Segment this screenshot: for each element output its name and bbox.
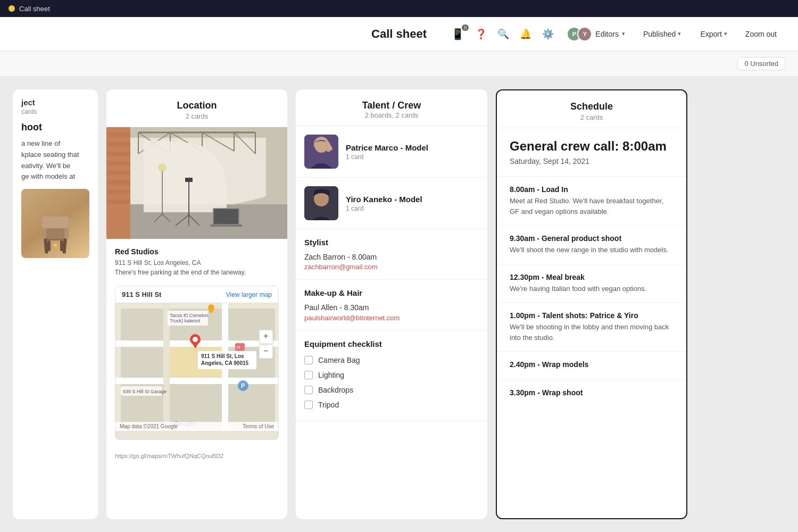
svg-point-61 (193, 337, 198, 342)
checklist-item-tripod: Tripod (304, 397, 479, 412)
equipment-title: Equipment checklist (304, 339, 479, 348)
svg-point-9 (54, 244, 57, 247)
schedule-title: Schedule (505, 101, 678, 112)
help-icon[interactable]: ❓ (475, 28, 487, 40)
patrice-avatar (304, 135, 338, 169)
yiro-card-count: 1 card (346, 205, 422, 212)
checklist-item-camera: Camera Bag (304, 353, 479, 368)
avatar-group: P Y (567, 27, 592, 41)
published-button[interactable]: Published ▾ (638, 28, 687, 40)
published-dropdown-arrow: ▾ (678, 30, 681, 37)
map-footer: Map data ©2021 Google Terms of Use (115, 422, 278, 431)
svg-point-40 (158, 163, 167, 172)
export-dropdown-arrow: ▾ (724, 30, 727, 37)
stylist-email[interactable]: zachbarron@gmail.com (304, 263, 479, 271)
yiro-info: Yiro Kaneko - Model 1 card (346, 195, 422, 212)
checklist-label-backdrops: Backdrops (318, 386, 353, 394)
project-cards-label: cards (21, 108, 89, 115)
schedule-desc-3: We'll be shooting in the lobby and then … (510, 322, 674, 343)
editors-button[interactable]: P Y Editors ▾ (562, 24, 629, 44)
map-data-label: Map data ©2021 Google (120, 423, 178, 429)
svg-rect-30 (106, 190, 130, 194)
schedule-hero: General crew call: 8:00am Saturday, Sept… (497, 128, 686, 177)
settings-icon[interactable]: ⚙️ (542, 28, 554, 40)
location-card: Location 2 cards (106, 89, 287, 519)
svg-text:911 S Hill St, Los: 911 S Hill St, Los (201, 353, 244, 359)
schedule-item-4: 2.40pm - Wrap models (497, 352, 686, 380)
patrice-card-count: 1 card (346, 153, 428, 161)
zoom-out-label: Zoom out (745, 30, 777, 38)
checklist-item-backdrops: Backdrops (304, 383, 479, 397)
map-header: 911 S Hill St View larger map (115, 286, 278, 303)
patrice-name: Patrice Marco - Model (346, 143, 428, 152)
schedule-count: 2 cards (505, 113, 678, 121)
svg-point-75 (208, 304, 214, 311)
svg-text:P: P (241, 383, 245, 389)
map-view-larger-link[interactable]: View larger map (226, 291, 272, 298)
talent-card: Talent / Crew 2 boards, 2 cards Patrice … (296, 89, 487, 519)
project-shoot-partial: hoot (21, 122, 89, 133)
schedule-item-5: 3.30pm - Wrap shoot (497, 380, 686, 408)
location-card-header: Location 2 cards (106, 89, 287, 127)
sub-header: 0 Unsorted (0, 51, 798, 77)
mobile-icon[interactable]: 📱 0 (451, 28, 464, 40)
export-button[interactable]: Export ▾ (695, 28, 732, 40)
svg-rect-42 (214, 209, 238, 224)
schedule-desc-1: We'll shoot the new range in the studio … (510, 245, 674, 255)
schedule-time-0: 8.00am - Load In (510, 185, 674, 194)
svg-rect-36 (185, 178, 193, 182)
patrice-info: Patrice Marco - Model 1 card (346, 143, 428, 161)
svg-text:Angeles, CA 90015: Angeles, CA 90015 (201, 360, 249, 366)
svg-rect-27 (106, 161, 130, 165)
studio-details: Red Studios 911 S Hill St, Los Angeles, … (106, 239, 287, 286)
location-count: 2 cards (115, 112, 279, 120)
app-name-label: Call sheet (19, 5, 50, 13)
makeup-email[interactable]: paulshairworld@btinternet.com (304, 314, 479, 322)
app-dot (9, 5, 15, 12)
project-image (21, 189, 89, 258)
checkbox-lighting[interactable] (304, 371, 313, 379)
svg-rect-45 (121, 309, 163, 340)
header-icons: 📱 0 ❓ 🔍 🔔 ⚙️ (451, 28, 554, 40)
svg-text:+: + (263, 331, 268, 340)
svg-rect-24 (106, 132, 130, 137)
equipment-section: Equipment checklist Camera Bag Lighting … (296, 331, 487, 421)
canvas: ject cards hoot a new line ofkplace seat… (0, 77, 798, 532)
checklist-label-tripod: Tripod (318, 401, 339, 409)
editors-label: Editors (595, 30, 619, 38)
studio-image (106, 127, 287, 239)
checklist-item-lighting: Lighting (304, 368, 479, 383)
makeup-section: Make-up & Hair Paul Allen - 8.30am pauls… (296, 280, 487, 330)
schedule-date: Saturday, Sept 14, 2021 (510, 157, 674, 165)
project-description: a new line ofkplace seating thateativity… (21, 138, 89, 182)
schedule-item-0: 8.00am - Load In Meet at Red Studio. We'… (497, 177, 686, 226)
schedule-time-5: 3.30pm - Wrap shoot (510, 388, 674, 397)
svg-rect-25 (106, 142, 130, 146)
talent-person-1: Patrice Marco - Model 1 card (296, 126, 487, 178)
checklist-label-lighting: Lighting (318, 371, 344, 379)
map-svg: 911 S Hill St, Los Angeles, CA 90015 939… (115, 303, 278, 431)
chair-icon (34, 211, 77, 254)
zoom-out-button[interactable]: Zoom out (741, 28, 781, 40)
svg-rect-26 (106, 152, 130, 156)
checkbox-camera[interactable] (304, 356, 313, 364)
studio-address: 911 S Hill St, Los Angeles, CA There's f… (115, 258, 279, 277)
schedule-time-3: 1.00pm - Talent shots: Patrice & Yiro (510, 311, 674, 320)
location-title: Location (115, 100, 279, 111)
makeup-title: Make-up & Hair (304, 288, 479, 297)
checkbox-backdrops[interactable] (304, 386, 313, 394)
header-right: 📱 0 ❓ 🔍 🔔 ⚙️ P Y Editors ▾ Published ▾ E… (451, 24, 781, 44)
bell-icon[interactable]: 🔔 (520, 28, 531, 40)
map-container: 911 S Hill St View larger map (115, 286, 279, 440)
project-title-partial: ject (21, 98, 89, 107)
unsorted-label: 0 Unsorted (744, 60, 778, 68)
schedule-item-3: 1.00pm - Talent shots: Patrice & Yiro We… (497, 303, 686, 352)
checkbox-tripod[interactable] (304, 401, 313, 409)
schedule-item-1: 9.30am - General product shoot We'll sho… (497, 226, 686, 264)
search-icon[interactable]: 🔍 (497, 28, 509, 40)
svg-text:Truck) kateout: Truck) kateout (170, 318, 201, 323)
talent-title: Talent / Crew (304, 100, 479, 111)
stylist-title: Stylist (304, 238, 479, 247)
avatar-2: Y (577, 27, 592, 41)
map-url: https://go.gl/maps/mTWhufQNqCQnuBD2 (106, 448, 287, 463)
